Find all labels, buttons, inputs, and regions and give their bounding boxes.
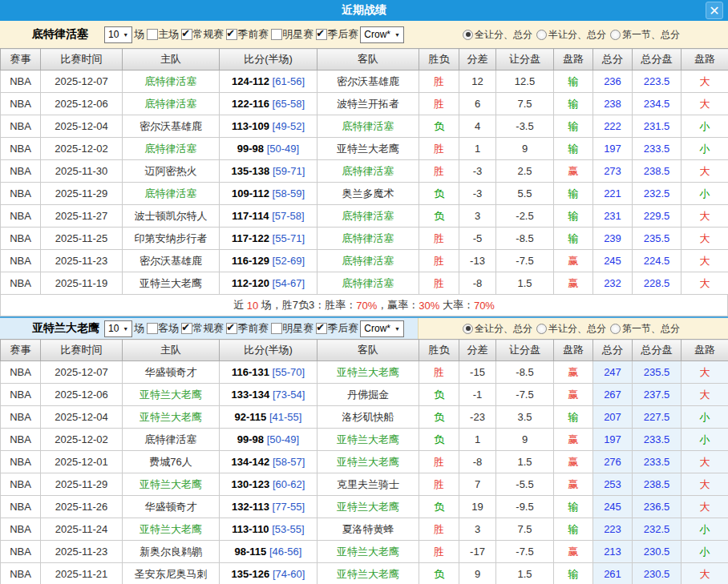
checkbox-checked[interactable] [226,29,237,40]
cell-score: 117-122 [55-71] [220,228,317,250]
cell-home-team: 底特律活塞 [123,429,220,451]
checkbox-group: 主场常规赛季前赛明星赛季后赛 [144,27,358,42]
column-header: 盘路 [554,49,593,70]
cell-league: NBA [1,361,41,384]
odds-source-select[interactable]: Crow*▼ [360,320,404,337]
checkbox-label: 主场 [158,27,179,42]
cell-away-team: 底特律活塞 [317,115,419,138]
games-count-value: 10 [108,323,119,334]
cell-league: NBA [1,93,41,115]
checkbox-unchecked[interactable] [147,323,158,334]
column-header: 比赛时间 [41,340,123,361]
column-header: 比分(半场) [220,340,317,361]
cell-total: 223 [593,518,633,541]
column-header: 盘路 [681,340,728,361]
cell-home-team: 圣安东尼奥马刺 [123,563,220,584]
game-row: NBA2025-12-07底特律活塞124-112 [61-56]密尔沃基雄鹿胜… [1,70,728,93]
summary-text: 10 [247,300,258,312]
radio-selected[interactable] [463,30,473,40]
cell-handicap-line: -3.5 [496,115,554,138]
summary-text: 场，胜7负3：胜率： [258,298,356,312]
cell-handicap-line: 3.5 [496,406,554,429]
checkbox-unchecked[interactable] [271,29,282,40]
period-radio-group: 全让分、总分半让分、总分第一节、总分 [419,318,728,339]
cell-away-team: 底特律活塞 [317,205,419,228]
checkbox-unchecked[interactable] [271,323,282,334]
cell-score: 135-138 [59-71] [220,160,317,183]
cell-over-under: 小 [681,541,728,563]
cell-handicap-line: -2.5 [496,205,554,228]
radio-selected[interactable] [463,324,473,334]
radio-label: 第一节、总分 [622,322,680,336]
cell-handicap-result: 输 [554,406,593,429]
cell-home-team: 密尔沃基雄鹿 [123,115,220,138]
games-count-select[interactable]: 10▼ [104,320,132,337]
cell-handicap-line: 9 [496,138,554,160]
radio-unselected[interactable] [536,30,547,40]
cell-league: NBA [1,518,41,541]
cell-over-under: 大 [681,93,728,115]
cell-handicap-result: 赢 [554,160,593,183]
cell-league: NBA [1,496,41,518]
cell-over-under: 大 [681,384,728,406]
cell-handicap-result: 赢 [554,429,593,451]
radio-unselected[interactable] [536,324,547,334]
cell-league: NBA [1,384,41,406]
cell-over-under: 大 [681,205,728,228]
checkbox-checked[interactable] [316,29,327,40]
cell-total: 222 [593,115,633,138]
cell-over-under: 大 [681,496,728,518]
checkbox-checked[interactable] [316,323,327,334]
cell-league: NBA [1,183,41,205]
checkbox-checked[interactable] [181,29,192,40]
game-row: NBA2025-12-04亚特兰大老鹰92-115 [41-55]洛杉矶快船负-… [1,406,728,429]
dropdown-arrow-icon: ▼ [394,32,400,38]
radio-label: 全让分、总分 [475,322,532,336]
close-button[interactable]: ✕ [706,2,723,19]
cell-handicap-result: 输 [554,228,593,250]
checkbox-unchecked[interactable] [147,29,158,40]
summary-text: 近 [233,298,247,312]
cell-total: 247 [593,361,633,384]
section-away-team: 亚特兰大老鹰 10▼ 场 客场常规赛季前赛明星赛季后赛 Crow*▼ 全让分、总… [0,316,728,584]
cell-away-team: 底特律活塞 [317,160,419,183]
cell-over-under: 小 [681,429,728,451]
cell-total-line: 236.5 [633,496,681,518]
checkbox-checked[interactable] [181,323,192,334]
cell-result: 负 [419,406,459,429]
cell-date: 2025-11-27 [41,205,123,228]
game-row: NBA2025-11-23密尔沃基雄鹿116-129 [52-69]底特律活塞胜… [1,250,728,272]
cell-result: 负 [419,205,459,228]
cell-away-team: 亚特兰大老鹰 [317,496,419,518]
cell-over-under: 小 [681,138,728,160]
radio-unselected[interactable] [610,324,621,334]
cell-total-line: 227.5 [633,406,681,429]
cell-total: 238 [593,93,633,115]
games-count-select[interactable]: 10▼ [104,26,132,43]
cell-diff: -3 [459,160,496,183]
cell-away-team: 洛杉矶快船 [317,406,419,429]
column-header: 分差 [459,49,496,70]
cell-over-under: 大 [681,451,728,473]
cell-diff: -8 [459,272,496,295]
game-row: NBA2025-11-19亚特兰大老鹰112-120 [54-67]底特律活塞胜… [1,272,728,295]
game-row: NBA2025-11-29底特律活塞109-112 [58-59]奥兰多魔术负-… [1,183,728,205]
game-row: NBA2025-11-30迈阿密热火135-138 [59-71]底特律活塞胜-… [1,160,728,183]
cell-total: 236 [593,70,633,93]
cell-handicap-line: 12.5 [496,70,554,93]
odds-source-select[interactable]: Crow*▼ [360,26,404,43]
cell-diff: -5 [459,228,496,250]
cell-date: 2025-12-04 [41,115,123,138]
cell-handicap-result: 输 [554,205,593,228]
cell-handicap-result: 赢 [554,384,593,406]
cell-home-team: 亚特兰大老鹰 [123,272,220,295]
cell-handicap-result: 输 [554,518,593,541]
cell-total-line: 233.5 [633,429,681,451]
radio-unselected[interactable] [610,30,621,40]
column-header: 总分 [593,49,633,70]
summary-text: 大率： [439,298,474,312]
game-row: NBA2025-12-02底特律活塞99-98 [50-49]亚特兰大老鹰胜19… [1,138,728,160]
cell-over-under: 小 [681,115,728,138]
checkbox-checked[interactable] [226,323,237,334]
cell-score: 109-112 [58-59] [220,183,317,205]
